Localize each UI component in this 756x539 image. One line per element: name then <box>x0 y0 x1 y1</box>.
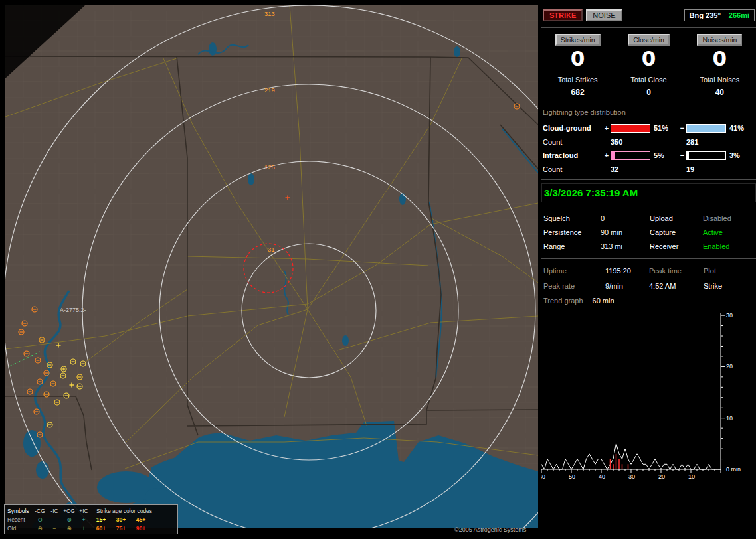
legend-text: 45+ <box>131 516 151 523</box>
legend-symbol: ⊕ <box>62 516 76 523</box>
range-label: Range <box>543 242 601 250</box>
peak-rate-label: Peak rate <box>543 282 605 290</box>
noise-button[interactable]: NOISE <box>586 9 622 21</box>
x-tick-label: 30 <box>628 473 635 480</box>
nexstorm-app: 31321912531 A-2775.2- Symbols-CG-IC+CG+I… <box>0 0 756 539</box>
x-tick-label: 10 <box>688 473 695 480</box>
noises-per-min-value: 0 <box>713 48 727 70</box>
minus-sign: − <box>678 151 686 159</box>
separator <box>541 206 756 206</box>
y-tick-label: 30 <box>726 312 733 319</box>
cloud-ground-count-row: Count 350 281 <box>541 135 756 149</box>
legend-symbol: + <box>76 525 91 532</box>
distribution-title: Lightning type distribution <box>541 106 756 119</box>
intracloud-label: Intracloud <box>543 151 603 159</box>
legend-row: Recent⊖−⊕+15+30+45+ <box>7 515 175 524</box>
legend-text: 90+ <box>131 525 151 532</box>
legend-text: Old <box>7 525 33 532</box>
strikes-per-min-value: 0 <box>571 48 585 70</box>
cloud-ground-plus-bar <box>611 124 650 133</box>
legend-symbol: − <box>47 516 62 523</box>
legend-row: Old⊖−⊕+60+75+90+ <box>7 524 175 532</box>
legend-symbol: +CG <box>62 508 76 514</box>
trend-graph-label: Trend graph <box>543 297 583 305</box>
legend-symbol: -CG <box>33 508 47 514</box>
rate-counters: Strikes/min 0 Total Strikes 682 Close/mi… <box>541 31 756 98</box>
separator <box>541 27 756 28</box>
bearing-display: Bng 235° 266mi <box>684 9 755 21</box>
total-strikes-label: Total Strikes <box>558 76 598 84</box>
total-noises-label: Total Noises <box>700 76 739 84</box>
intracloud-count-row: Count 32 19 <box>541 163 756 176</box>
range-ring-label: 125 <box>264 163 275 171</box>
squelch-value: 0 <box>601 214 650 222</box>
x-tick-label: 20 <box>658 473 665 480</box>
stats-grid: Uptime 1195:20 Peak time Plot Peak rate … <box>541 262 756 291</box>
total-strikes-value: 682 <box>571 88 585 97</box>
strikes-counter: Strikes/min 0 Total Strikes 682 <box>543 34 613 97</box>
legend-text: 75+ <box>111 525 131 532</box>
total-close-label: Total Close <box>630 76 666 84</box>
trend-window-value: 60 min <box>593 297 614 305</box>
peak-time-label: Peak time <box>649 267 704 275</box>
legend-symbol: + <box>76 516 91 523</box>
uptime-value: 1195:20 <box>605 267 649 275</box>
legend-text: 60+ <box>91 525 111 532</box>
control-panel: STRIKE NOISE Bng 235° 266mi Strikes/min … <box>541 5 756 535</box>
capture-label: Capture <box>650 228 703 236</box>
y-tick-label: 20 <box>726 363 733 370</box>
count-label: Count <box>543 138 603 146</box>
datetime-display: 3/3/2026 7:35:19 AM <box>541 183 756 202</box>
legend-text: Recent <box>7 516 33 523</box>
minus-sign: − <box>678 124 686 132</box>
cloud-ground-plus-pct: 51% <box>650 124 678 132</box>
persistence-label: Persistence <box>543 228 601 236</box>
intracloud-plus-bar <box>611 151 650 160</box>
bearing-value: 266mi <box>729 11 749 19</box>
range-ring-label: 31 <box>268 246 275 253</box>
legend-symbol: ⊕ <box>62 525 76 532</box>
legend-symbol: ⊖ <box>33 516 47 523</box>
cloud-ground-minus-pct: 41% <box>726 124 747 132</box>
copyright-text: ©2005 Astrogenic Systems <box>454 526 526 533</box>
capture-status: Active <box>703 228 753 236</box>
plot-value: Strike <box>704 282 753 290</box>
total-noises-value: 40 <box>715 88 724 97</box>
strike-button[interactable]: STRIKE <box>543 9 583 21</box>
cloud-ground-plus-count: 350 <box>611 138 650 146</box>
peak-rate-value: 9/min <box>605 282 649 290</box>
intracloud-minus-bar <box>686 151 726 160</box>
noises-per-min-button[interactable]: Noises/min <box>697 34 742 46</box>
receiver-label: Receiver <box>650 242 703 250</box>
legend-text: Symbols <box>7 508 33 514</box>
y-tick-label: 0 min <box>726 466 741 473</box>
legend-text: 30+ <box>111 516 131 523</box>
plus-sign: + <box>603 151 611 159</box>
legend-symbol: − <box>47 525 62 532</box>
legend-header-row: Symbols-CG-IC+CG+ICStrike age color code… <box>7 506 175 515</box>
x-tick-label: 40 <box>599 473 605 480</box>
legend-symbol: +IC <box>76 508 91 514</box>
intracloud-minus-count: 19 <box>686 165 726 173</box>
storm-cell-label: A-2775.2- <box>60 307 86 313</box>
close-per-min-button[interactable]: Close/min <box>628 34 670 46</box>
trend-graph-chart: 3020100 min605040302010 <box>541 310 754 481</box>
strike-legend: Symbols-CG-IC+CG+ICStrike age color code… <box>4 504 178 534</box>
upload-status: Disabled <box>703 214 753 222</box>
persistence-value: 90 min <box>601 228 650 236</box>
trend-graph-row: Trend graph 60 min <box>541 291 756 306</box>
x-tick-label: 60 <box>541 473 545 480</box>
map-svg[interactable]: 31321912531 A-2775.2- <box>5 5 538 528</box>
map-view[interactable]: 31321912531 A-2775.2- <box>5 5 538 528</box>
strikes-per-min-button[interactable]: Strikes/min <box>555 34 601 46</box>
cloud-ground-label: Cloud-ground <box>543 124 603 132</box>
separator <box>541 258 756 259</box>
settings-grid: Squelch 0 Upload Disabled Persistence 90… <box>541 210 756 255</box>
mode-toggle-row: STRIKE NOISE Bng 235° 266mi <box>541 5 756 24</box>
peak-time-value: 4:52 AM <box>649 282 704 290</box>
range-ring-label: 219 <box>264 86 275 94</box>
squelch-label: Squelch <box>543 214 601 222</box>
legend-symbol: ⊖ <box>33 525 47 532</box>
total-close-value: 0 <box>646 88 651 97</box>
separator <box>541 102 756 102</box>
